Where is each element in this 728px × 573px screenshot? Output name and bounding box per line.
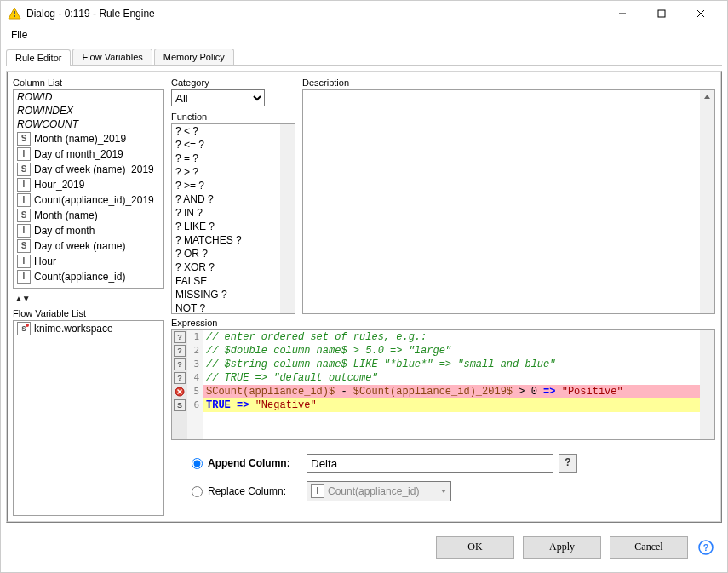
function-item[interactable]: ? > ? [172, 165, 295, 179]
help-button[interactable]: ? [559, 454, 577, 473]
error-icon [172, 385, 187, 398]
type-icon: S [17, 163, 31, 176]
expression-label: Expression [171, 318, 715, 328]
type-icon: s [17, 322, 31, 335]
help-icon[interactable]: ? [696, 538, 715, 557]
line-number: 2 [187, 344, 203, 358]
column-list-item[interactable]: IDay of month [14, 223, 163, 238]
function-item[interactable]: ? AND ? [172, 192, 295, 206]
column-name: ROWCOUNT [17, 118, 78, 130]
column-list-label: Column List [13, 77, 164, 88]
column-list-item[interactable]: SDay of week (name) [14, 238, 163, 254]
gutter-icon: ? [172, 371, 187, 385]
column-list-item[interactable]: IDay of month_2019 [14, 146, 163, 162]
apply-button[interactable]: Apply [523, 536, 601, 559]
function-item[interactable]: ? IN ? [172, 206, 295, 220]
column-name: ROWINDEX [17, 105, 73, 117]
code-line[interactable]: // enter ordered set of rules, e.g.: [203, 330, 700, 344]
function-item[interactable]: ? LIKE ? [172, 220, 295, 233]
column-list-item[interactable]: SMonth (name)_2019 [14, 131, 163, 146]
window-title: Dialog - 0:119 - Rule Engine [26, 8, 155, 20]
code-line[interactable]: $Count(appliance_id)$ - $Count(appliance… [203, 385, 700, 398]
description-label: Description [302, 77, 715, 88]
function-item[interactable]: NOT ? [172, 301, 295, 314]
function-item[interactable]: ? >= ? [172, 179, 295, 192]
svg-rect-2 [14, 15, 15, 17]
column-name: ROWID [17, 91, 52, 103]
column-name: Count(appliance_id) [34, 271, 125, 283]
column-list[interactable]: ROWIDROWINDEXROWCOUNTSMonth (name)_2019I… [13, 89, 164, 289]
function-item[interactable]: ? <= ? [172, 138, 295, 152]
dialog-footer: OK Apply Cancel ? [1, 528, 727, 572]
scrollbar[interactable] [700, 90, 714, 313]
code-line[interactable]: // TRUE => "default outcome" [203, 371, 700, 385]
append-column-row: Append Column: ? [192, 454, 715, 473]
function-item[interactable]: ? = ? [172, 152, 295, 165]
svg-text:?: ? [703, 542, 709, 553]
append-column-input[interactable] [307, 454, 553, 473]
sort-arrows-icon[interactable]: ▲ ▼ [13, 294, 164, 303]
function-item[interactable]: FALSE [172, 274, 295, 288]
ok-button[interactable]: OK [436, 536, 514, 559]
menu-file[interactable]: File [6, 27, 32, 43]
cancel-button[interactable]: Cancel [610, 536, 688, 559]
column-list-item[interactable]: SMonth (name) [14, 208, 163, 223]
type-icon: I [17, 224, 31, 238]
code-line[interactable]: // $string column name$ LIKE "*blue*" =>… [203, 358, 700, 371]
scrollbar[interactable] [700, 330, 714, 439]
function-list[interactable]: ? < ?? <= ?? = ?? > ?? >= ?? AND ?? IN ?… [171, 123, 295, 314]
flow-variable-list-label: Flow Variable List [13, 308, 164, 318]
code-line[interactable]: // $double column name$ > 5.0 => "large" [203, 344, 700, 358]
column-name: Hour [34, 255, 56, 267]
category-select[interactable]: All [171, 89, 265, 106]
tab-memory-policy[interactable]: Memory Policy [154, 49, 234, 65]
column-list-item[interactable]: ICount(appliance_id) [14, 269, 163, 284]
svg-marker-11 [441, 490, 446, 493]
tab-rule-editor[interactable]: Rule Editor [6, 49, 71, 66]
column-name: Day of month [34, 225, 95, 237]
flow-variable-name: knime.workspace [34, 323, 113, 335]
line-number: 4 [187, 371, 203, 385]
type-icon: S [17, 209, 31, 222]
append-column-radio[interactable] [192, 458, 203, 469]
category-label: Category [171, 77, 295, 88]
chevron-down-icon [440, 485, 447, 497]
tab-flow-variables[interactable]: Flow Variables [72, 49, 152, 65]
code-line[interactable]: TRUE => "Negative" [203, 398, 700, 412]
column-list-item[interactable]: IHour_2019 [14, 177, 163, 192]
svg-marker-7 [704, 95, 710, 99]
maximize-button[interactable] [642, 1, 681, 26]
scrollbar[interactable] [280, 124, 295, 313]
minimize-button[interactable] [603, 1, 642, 26]
column-name: Month (name) [34, 209, 98, 221]
replace-column-radio[interactable] [192, 486, 203, 497]
close-button[interactable] [681, 1, 720, 26]
column-list-item[interactable]: ICount(appliance_id)_2019 [14, 192, 163, 208]
type-icon: I [17, 255, 31, 268]
flow-variable-list[interactable]: sknime.workspace [13, 320, 164, 516]
type-icon: I [17, 270, 31, 284]
gutter-icon: ? [172, 344, 187, 358]
app-icon [8, 7, 21, 20]
titlebar: Dialog - 0:119 - Rule Engine [1, 1, 727, 26]
tabstrip: Rule EditorFlow VariablesMemory Policy [1, 43, 727, 66]
column-list-item[interactable]: ROWINDEX [14, 104, 163, 117]
column-list-item[interactable]: ROWID [14, 90, 163, 104]
rule-editor-panel: Column List ROWIDROWINDEXROWCOUNTSMonth … [6, 71, 722, 523]
flow-variable-item[interactable]: sknime.workspace [14, 321, 163, 336]
type-icon: I [17, 147, 31, 161]
column-name: Month (name)_2019 [34, 133, 126, 145]
function-item[interactable]: ? MATCHES ? [172, 233, 295, 247]
function-item[interactable]: ? < ? [172, 124, 295, 138]
expression-editor[interactable]: ????S 123456 // enter ordered set of rul… [171, 329, 715, 440]
menubar: File [1, 26, 727, 43]
line-number: 1 [187, 330, 203, 344]
function-item[interactable]: MISSING ? [172, 288, 295, 301]
function-item[interactable]: ? XOR ? [172, 261, 295, 274]
column-list-item[interactable]: SDay of week (name)_2019 [14, 162, 163, 177]
column-list-item[interactable]: ROWCOUNT [14, 117, 163, 131]
function-item[interactable]: ? OR ? [172, 247, 295, 261]
column-list-item[interactable]: IHour [14, 254, 163, 269]
replace-column-select: I Count(appliance_id) [307, 481, 451, 501]
column-name: Day of week (name)_2019 [34, 163, 154, 175]
